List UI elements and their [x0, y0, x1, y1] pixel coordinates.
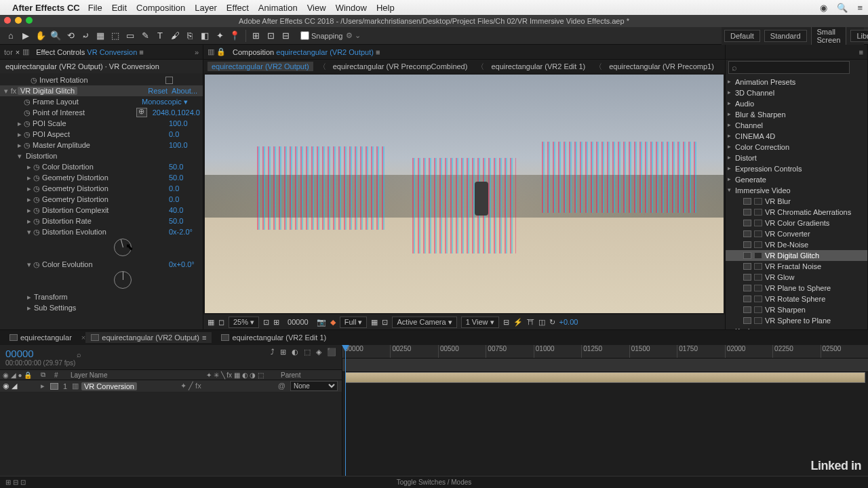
hand-tool-icon[interactable]: ✋	[34, 29, 47, 43]
category-item[interactable]: Keying	[726, 326, 867, 329]
poi-target-icon[interactable]	[136, 108, 147, 117]
effect-item[interactable]: VR Blur	[726, 196, 867, 207]
current-time[interactable]: 00000	[283, 317, 313, 327]
expand-icon[interactable]: ⊞ ⊟ ⊡	[5, 479, 26, 486]
fast-preview-icon[interactable]: ⚡	[513, 318, 523, 327]
brainstorm-icon[interactable]: ◈	[316, 348, 321, 357]
timeline-track-area[interactable]: 00000 00250 00500 00750 01000 01250 0150…	[342, 345, 868, 487]
timeline-tab[interactable]: equirectangular	[4, 332, 77, 343]
frame-layout-dropdown[interactable]: Monoscopic ▾	[139, 98, 200, 106]
effect-name[interactable]: VR Digital Glitch	[18, 87, 77, 95]
draft-3d-icon[interactable]: ⬛	[327, 348, 336, 357]
view-axis-icon[interactable]: ⊟	[279, 29, 292, 43]
frame-blend-icon[interactable]: ⊞	[280, 348, 286, 357]
category-item[interactable]: Channel	[726, 120, 867, 131]
workspace-default[interactable]: Default	[724, 30, 760, 42]
camera-tool-icon[interactable]: ▦	[94, 29, 107, 43]
snapshot-icon[interactable]: 📷	[317, 318, 326, 327]
zoom-dropdown[interactable]: 25% ▾	[229, 317, 259, 328]
exposure-value[interactable]: +0.00	[559, 318, 578, 326]
selection-tool-icon[interactable]: ▶	[19, 29, 33, 43]
fx-toggle-icon[interactable]: fx	[9, 87, 18, 95]
crumb-item[interactable]: equirectangular (VR2 Edit 1)	[487, 62, 589, 71]
menu-layer[interactable]: Layer	[195, 3, 217, 13]
viewer-mask-icon[interactable]: ◻	[218, 318, 224, 327]
minimize-window-button[interactable]	[15, 17, 22, 24]
motion-blur-icon[interactable]: ◐	[292, 348, 298, 357]
effect-item[interactable]: VR Plane to Sphere	[726, 283, 867, 293]
param-value[interactable]: 50.0	[166, 174, 200, 182]
menu-help[interactable]: Help	[376, 3, 395, 13]
shape-tool-icon[interactable]: ▭	[123, 29, 137, 43]
effects-search-input[interactable]	[728, 61, 850, 74]
effect-item[interactable]: VR Fractal Noise	[726, 261, 867, 272]
roto-tool-icon[interactable]: ✦	[213, 29, 226, 43]
category-immersive-video[interactable]: Immersive Video	[726, 185, 867, 196]
param-value[interactable]: 100.0	[166, 141, 200, 149]
timeline-icon[interactable]: ⛩	[527, 318, 534, 326]
menu-effect[interactable]: Effect	[226, 3, 249, 13]
transparency-icon[interactable]: ▦	[371, 318, 378, 327]
effect-item[interactable]: VR Sharpen	[726, 304, 867, 315]
distortion-evolution-value[interactable]: 0x-2.0°	[166, 228, 200, 236]
snapping-checkbox[interactable]	[300, 31, 309, 40]
reset-link[interactable]: Reset	[148, 87, 167, 95]
overflow-icon[interactable]: »	[195, 48, 199, 56]
param-value[interactable]: 40.0	[166, 206, 200, 214]
crumb-item[interactable]: equirectangular (VR2 Output)	[208, 62, 313, 71]
zoom-tool-icon[interactable]: 🔍	[49, 29, 62, 43]
invert-rotation-checkbox[interactable]	[165, 77, 173, 84]
local-axis-icon[interactable]: ⊞	[249, 29, 262, 43]
workspace-libraries[interactable]: Libraries	[850, 30, 868, 42]
work-area-bar[interactable]	[342, 359, 868, 372]
channel-icon[interactable]: ◆	[330, 318, 336, 327]
zoom-window-button[interactable]	[26, 17, 33, 24]
camera-dropdown[interactable]: Active Camera ▾	[392, 317, 456, 328]
parent-dropdown[interactable]: None	[290, 381, 338, 391]
orbit-tool-icon[interactable]: ⟲	[64, 29, 77, 43]
time-ruler[interactable]: 00000 00250 00500 00750 01000 01250 0150…	[342, 345, 868, 359]
cc-icon[interactable]: ◉	[820, 3, 827, 13]
menu-view[interactable]: View	[307, 3, 326, 13]
effect-item[interactable]: VR Rotate Sphere	[726, 293, 867, 304]
composition-tab[interactable]: Composition equirectangular (VR2 Output)…	[229, 47, 384, 58]
composition-viewer[interactable]	[205, 75, 724, 313]
effect-item[interactable]: VR De-Noise	[726, 239, 867, 250]
resolution-dropdown[interactable]: Full ▾	[340, 317, 368, 328]
pan-behind-tool-icon[interactable]: ⬚	[108, 29, 122, 43]
timeline-tab[interactable]: equirectangular (VR2 Edit 1)	[216, 332, 332, 343]
prev-tab-icon[interactable]: tor	[4, 48, 13, 56]
viewer-guides-icon[interactable]: ⊞	[273, 318, 279, 327]
views-dropdown[interactable]: 1 View ▾	[461, 317, 499, 328]
current-timecode[interactable]: 00000	[5, 348, 34, 359]
workspace-small[interactable]: Small Screen	[811, 26, 847, 46]
pin-icon[interactable]: ▥	[22, 47, 29, 56]
about-link[interactable]: About...	[172, 87, 197, 95]
effect-item[interactable]: VR Sphere to Plane	[726, 315, 867, 326]
reset-exposure-icon[interactable]: ↻	[549, 318, 555, 327]
menu-animation[interactable]: Animation	[258, 3, 298, 13]
effect-item[interactable]: VR Chromatic Aberrations	[726, 207, 867, 218]
category-item[interactable]: Generate	[726, 174, 867, 185]
playhead[interactable]	[345, 345, 346, 487]
menu-file[interactable]: File	[88, 3, 102, 13]
pickwhip-icon[interactable]: @	[278, 382, 285, 390]
roi-icon[interactable]: ⊡	[382, 318, 388, 327]
spotlight-icon[interactable]: 🔍	[837, 3, 848, 13]
menu-edit[interactable]: Edit	[112, 3, 127, 13]
category-item[interactable]: Audio	[726, 98, 867, 109]
category-item[interactable]: Distort	[726, 152, 867, 163]
type-tool-icon[interactable]: T	[153, 29, 167, 43]
stopwatch-icon[interactable]: ◷	[23, 98, 31, 106]
effect-item-selected[interactable]: VR Digital Glitch	[726, 250, 867, 261]
effect-controls-tab[interactable]: Effect Controls VR Conversion ≡	[32, 47, 147, 58]
color-evolution-value[interactable]: 0x+0.0°	[166, 260, 200, 268]
param-value[interactable]: 50.0	[166, 163, 200, 171]
category-item[interactable]: Color Correction	[726, 142, 867, 152]
pen-tool-icon[interactable]: ✎	[138, 29, 152, 43]
category-item[interactable]: Blur & Sharpen	[726, 109, 867, 120]
world-axis-icon[interactable]: ⊡	[264, 29, 277, 43]
distortion-evolution-dial[interactable]	[114, 239, 132, 256]
clone-tool-icon[interactable]: ⎘	[183, 29, 197, 43]
graph-editor-icon[interactable]: ⬚	[304, 348, 311, 357]
